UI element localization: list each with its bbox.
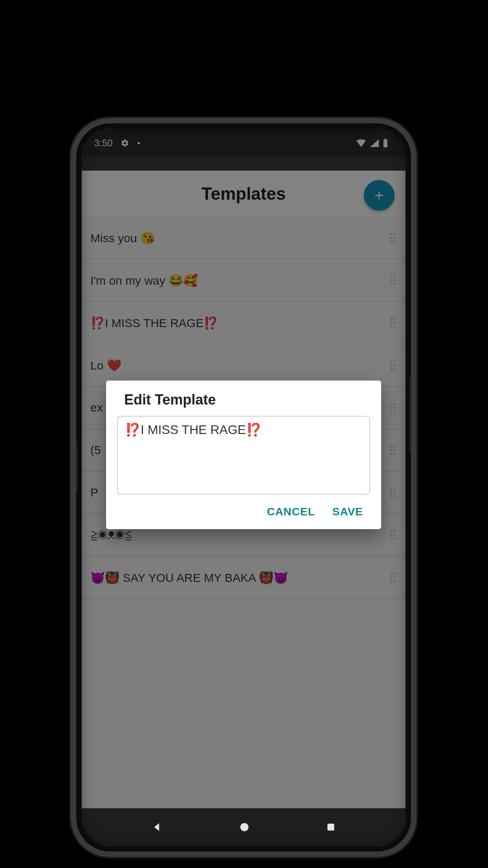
android-nav-bar: [82, 808, 405, 846]
volume-button: [74, 446, 78, 493]
cancel-button[interactable]: CANCEL: [267, 506, 315, 518]
svg-point-57: [240, 823, 248, 831]
screen: 3:50: [82, 129, 405, 846]
home-icon[interactable]: [239, 822, 250, 833]
recents-icon[interactable]: [326, 822, 336, 832]
save-button[interactable]: SAVE: [332, 506, 363, 518]
power-button: [409, 375, 413, 454]
edit-template-dialog: Edit Template CANCEL SAVE: [106, 381, 381, 529]
phone-frame: 3:50: [71, 118, 416, 857]
dialog-title: Edit Template: [124, 392, 370, 408]
dialog-actions: CANCEL SAVE: [117, 496, 370, 522]
template-text-input[interactable]: [117, 416, 370, 495]
back-icon[interactable]: [151, 821, 163, 833]
svg-rect-58: [328, 824, 334, 830]
